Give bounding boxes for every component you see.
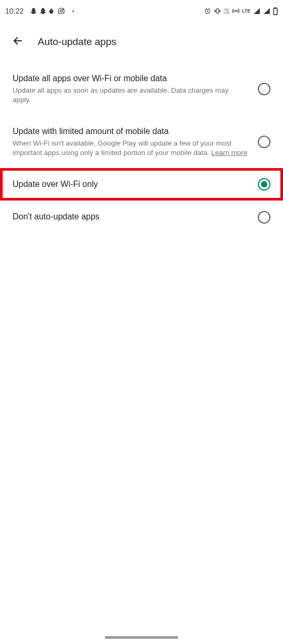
status-time: 10:22 <box>5 7 24 15</box>
app-bar: Auto-update apps <box>0 22 283 62</box>
vibrate-icon <box>214 7 221 15</box>
svg-rect-6 <box>274 8 277 15</box>
option-text: Update with limited amount of mobile dat… <box>13 126 258 158</box>
page-title: Auto-update apps <box>38 36 116 48</box>
option-subtitle: When Wi-Fi isn't available, Google Play … <box>13 139 247 158</box>
radio-button[interactable] <box>258 178 270 191</box>
option-wifi-only[interactable]: Update over Wi-Fi only <box>0 168 283 201</box>
status-left: 10:22 • <box>5 7 74 15</box>
options-list: Update all apps over Wi-Fi or mobile dat… <box>0 62 283 234</box>
status-notif-icons: • <box>30 7 74 15</box>
option-subtitle-text: When Wi-Fi isn't available, Google Play … <box>13 139 232 157</box>
volte-icon: Vo)LTE <box>224 8 230 14</box>
snapchat-icon-2 <box>39 7 47 15</box>
svg-point-2 <box>63 9 63 9</box>
instagram-icon <box>58 7 65 15</box>
learn-more-link[interactable]: Learn more <box>211 149 247 157</box>
svg-rect-4 <box>216 9 219 13</box>
option-subtitle: Update all apps as soon as updates are a… <box>13 86 247 105</box>
option-title: Update over Wi-Fi only <box>13 179 247 190</box>
option-text: Update over Wi-Fi only <box>13 179 258 190</box>
option-text: Update all apps over Wi-Fi or mobile dat… <box>13 73 258 105</box>
tinder-icon <box>49 8 56 15</box>
radio-button[interactable] <box>258 211 270 224</box>
option-title: Don't auto-update apps <box>13 211 247 223</box>
hotspot-icon <box>232 7 240 15</box>
status-bar: 10:22 • Vo)LTE <box>0 0 283 22</box>
option-title: Update with limited amount of mobile dat… <box>13 126 247 137</box>
volte-bottom: LTE <box>224 11 230 14</box>
svg-point-1 <box>60 10 63 13</box>
lte-label: LTE <box>242 9 251 14</box>
option-text: Don't auto-update apps <box>13 211 258 223</box>
option-limited-data[interactable]: Update with limited amount of mobile dat… <box>0 115 283 168</box>
alarm-icon <box>204 7 211 15</box>
radio-button[interactable] <box>258 136 270 148</box>
dot-icon: • <box>72 8 74 14</box>
arrow-left-icon <box>12 35 24 49</box>
svg-point-5 <box>235 10 236 12</box>
option-update-all[interactable]: Update all apps over Wi-Fi or mobile dat… <box>0 62 283 115</box>
signal-icon-2 <box>263 7 270 15</box>
svg-rect-7 <box>275 7 276 8</box>
back-button[interactable] <box>9 32 26 51</box>
option-dont-update[interactable]: Don't auto-update apps <box>0 201 283 234</box>
snapchat-icon <box>30 7 37 15</box>
option-title: Update all apps over Wi-Fi or mobile dat… <box>13 73 247 84</box>
signal-icon-1 <box>253 7 260 15</box>
radio-button[interactable] <box>258 83 270 95</box>
battery-icon <box>273 7 278 15</box>
status-right: Vo)LTE LTE <box>204 7 278 15</box>
gesture-handle[interactable] <box>105 636 178 639</box>
